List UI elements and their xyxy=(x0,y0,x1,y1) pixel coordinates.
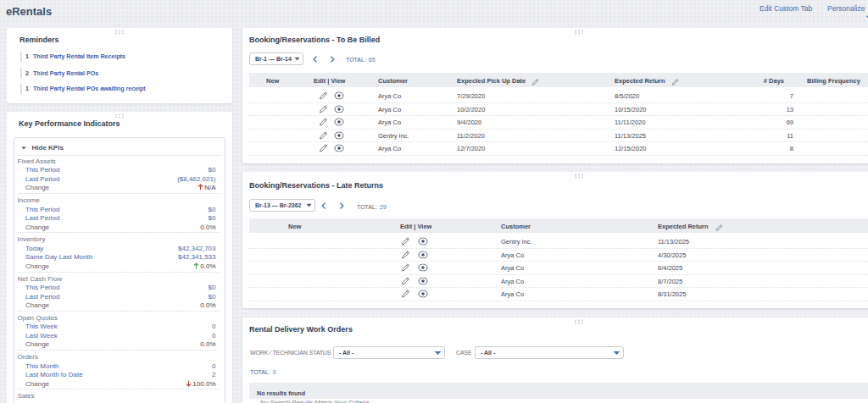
edit-record-icon[interactable] xyxy=(319,144,328,153)
kpi-value-link[interactable]: 2 xyxy=(212,370,215,379)
edit-column-pencil-icon[interactable] xyxy=(715,224,723,231)
drag-handle-icon[interactable] xyxy=(574,319,584,324)
kpi-value-link[interactable]: $0 xyxy=(209,165,216,174)
view-record-icon[interactable] xyxy=(418,277,428,284)
total-label: TOTAL: xyxy=(346,57,366,63)
kpi-row-link[interactable]: Last Week xyxy=(25,331,58,340)
kpi-row-link[interactable]: This Period xyxy=(25,205,59,214)
selected-filter-value: - All - xyxy=(339,350,353,356)
table-row: Gentry Inc.11/2/202011/13/202511 xyxy=(249,130,868,143)
view-record-icon[interactable] xyxy=(334,145,344,152)
drag-handle-icon[interactable] xyxy=(574,174,584,179)
edit-column-pencil-icon[interactable] xyxy=(531,78,539,86)
chevron-left-icon xyxy=(321,202,326,209)
reminder-item[interactable]: 2Third Party Rental POs xyxy=(20,68,98,79)
reminder-bar xyxy=(20,84,22,94)
kpi-value-link[interactable]: $0 xyxy=(209,213,216,223)
kpi-row-link[interactable]: Last Month to Date xyxy=(25,370,83,379)
kpi-value-link[interactable]: $0 xyxy=(209,292,216,301)
edit-record-icon[interactable] xyxy=(319,104,328,113)
separator xyxy=(18,272,220,273)
edit-record-icon[interactable] xyxy=(319,91,328,101)
next-page-button[interactable] xyxy=(337,201,347,211)
reminder-link[interactable]: Third Party Rental Item Receipts xyxy=(33,52,125,60)
view-record-icon[interactable] xyxy=(418,264,428,272)
cell-return-date: 11/13/2025 xyxy=(658,238,689,246)
kpi-section-name: Income xyxy=(18,196,40,205)
work-status-filter-select[interactable]: - All - xyxy=(333,346,445,359)
drag-handle-icon[interactable] xyxy=(114,30,125,35)
kpi-value-link[interactable]: ($8,462,021) xyxy=(177,174,215,184)
column-header: Expected Pick Up Date xyxy=(457,76,526,84)
range-selector[interactable]: Br-13 — Br-2362 xyxy=(249,199,315,212)
next-page-button[interactable] xyxy=(327,54,337,64)
total-value: 0 xyxy=(273,369,276,375)
personalize-link[interactable]: Personalize xyxy=(827,4,865,13)
edit-column-pencil-icon[interactable] xyxy=(671,78,679,86)
kpi-change-label: Change xyxy=(25,262,49,271)
prev-page-button[interactable] xyxy=(318,201,328,211)
kpi-row-link[interactable]: This Period xyxy=(25,165,59,174)
total-value[interactable]: 65 xyxy=(369,57,376,63)
reminder-bar xyxy=(20,68,22,78)
kpi-value-link[interactable]: $0 xyxy=(209,205,216,214)
late-returns-title: Booking/Reservations - Late Returns xyxy=(249,181,383,190)
reminder-item[interactable]: 1Third Party Rental POs awaiting receipt xyxy=(20,83,146,94)
edit-custom-tab-link[interactable]: Edit Custom Tab xyxy=(760,4,812,13)
kpi-change-label: Change xyxy=(25,340,49,349)
table-row: Arya Co4/30/2025 xyxy=(249,249,868,262)
edit-record-icon[interactable] xyxy=(401,290,410,299)
cell-days: 69 xyxy=(787,119,793,126)
edit-record-icon[interactable] xyxy=(401,263,410,273)
table-row: Arya Co9/4/202011/11/202069 xyxy=(249,116,868,130)
view-record-icon[interactable] xyxy=(418,290,428,298)
kpi-value-link[interactable]: $42,341,533 xyxy=(178,252,216,262)
reminder-item[interactable]: 1Third Party Rental Item Receipts xyxy=(20,51,125,62)
kpi-row-link[interactable]: Last Period xyxy=(25,292,59,301)
edit-record-icon[interactable] xyxy=(319,130,328,140)
kpi-change-label: Change xyxy=(25,379,49,389)
kpi-row-link[interactable]: Last Period xyxy=(25,174,59,184)
kpi-value-link[interactable]: 0 xyxy=(212,322,215,331)
view-record-icon[interactable] xyxy=(334,131,344,139)
kpi-row-link[interactable]: Same Day Last Month xyxy=(25,252,92,262)
cell-return-date: 6/4/2025 xyxy=(658,264,682,272)
view-record-icon[interactable] xyxy=(418,251,428,258)
edit-record-icon[interactable] xyxy=(401,276,410,285)
reminder-link[interactable]: Third Party Rental POs xyxy=(33,69,98,77)
to-be-billed-title: Booking/Reservations - To Be Billed xyxy=(249,36,380,44)
case-filter-select[interactable]: - All - xyxy=(475,346,624,359)
kpi-row-link[interactable]: This Month xyxy=(25,362,59,371)
triangle-down-icon xyxy=(21,146,26,150)
selected-range-value: Br-1 — Br-14 xyxy=(255,56,292,62)
prev-page-button[interactable] xyxy=(309,54,320,64)
kpi-row-link[interactable]: This Period xyxy=(25,283,59,292)
range-selector[interactable]: Br-1 — Br-14 xyxy=(249,52,303,65)
kpi-row-link[interactable]: This Week xyxy=(25,322,58,331)
arrow-up-icon xyxy=(193,262,199,269)
reminder-link[interactable]: Third Party Rental POs awaiting receipt xyxy=(33,85,146,92)
kpi-row-link[interactable]: Today xyxy=(25,244,43,253)
kpi-change-value: 0.0% xyxy=(200,223,215,232)
arrow-down-icon xyxy=(186,380,192,387)
total-count: TOTAL:29 xyxy=(357,204,387,210)
column-header: # Days xyxy=(764,76,784,84)
hide-kpis-toggle[interactable]: Hide KPIs xyxy=(21,143,64,153)
edit-record-icon[interactable] xyxy=(401,237,410,246)
edit-record-icon[interactable] xyxy=(401,250,410,259)
cell-days: 7 xyxy=(790,92,793,100)
drag-handle-icon[interactable] xyxy=(574,30,584,35)
edit-record-icon[interactable] xyxy=(319,118,328,127)
view-record-icon[interactable] xyxy=(334,105,344,113)
view-record-icon[interactable] xyxy=(418,238,428,246)
total-value[interactable]: 29 xyxy=(380,204,387,210)
kpi-row-link[interactable]: Last Period xyxy=(25,213,59,223)
drag-handle-icon[interactable] xyxy=(114,113,125,119)
kpi-value-link[interactable]: 0 xyxy=(212,331,215,340)
kpi-value-link[interactable]: 0 xyxy=(212,362,215,371)
kpi-value-link[interactable]: $0 xyxy=(209,283,216,292)
view-record-icon[interactable] xyxy=(334,92,344,100)
caret-down-icon xyxy=(434,351,442,356)
view-record-icon[interactable] xyxy=(334,119,344,126)
kpi-value-link[interactable]: $42,342,703 xyxy=(178,244,216,253)
